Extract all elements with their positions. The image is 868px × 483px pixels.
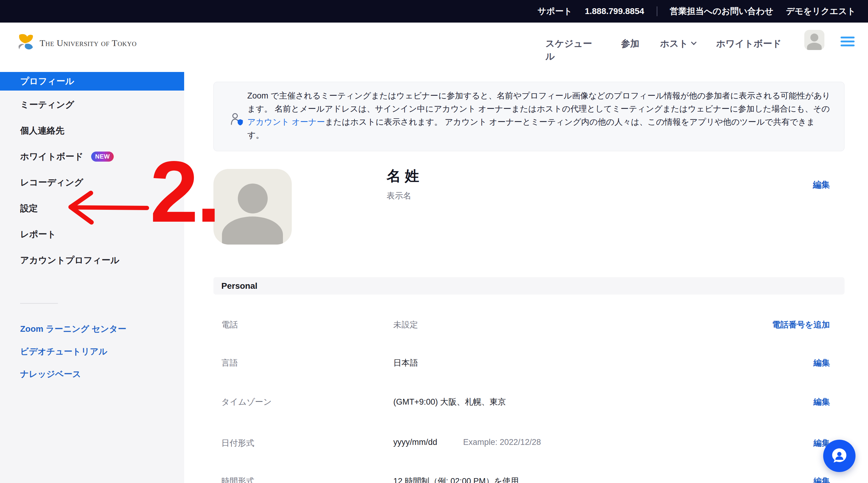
nav-host-label: ホスト (660, 37, 688, 50)
university-of-tokyo-logo[interactable]: The University of Tokyo (15, 33, 136, 53)
request-demo-link[interactable]: デモをリクエスト (786, 5, 856, 17)
support-link[interactable]: サポート (537, 5, 572, 17)
new-badge: NEW (91, 152, 114, 161)
phone-label: 電話 (221, 319, 238, 330)
nav-host-menu[interactable]: ホスト (660, 37, 696, 50)
main-content: Zoom で主催されるミーティングまたはウェビナーに参加すると、名前やプロフィー… (184, 72, 868, 483)
language-label: 言語 (221, 357, 238, 368)
timezone-label: タイムゾーン (221, 396, 272, 407)
site-header: The University of Tokyo スケジュール 参加 ホスト ホワ… (0, 23, 868, 72)
date-format-example: Example: 2022/12/28 (463, 437, 541, 447)
top-banner: サポート 1.888.799.8854 営業担当へのお問い合わせ デモをリクエス… (0, 0, 868, 23)
sidebar-item-profile[interactable]: プロフィール (0, 72, 184, 91)
topbar-divider (657, 6, 657, 16)
profile-edit-button[interactable]: 編集 (813, 179, 830, 190)
profile-privacy-notice: Zoom で主催されるミーティングまたはウェビナーに参加すると、名前やプロフィー… (213, 82, 844, 151)
language-row: 言語 日本語 編集 (213, 357, 868, 371)
zoom-profile-page: { "topbar": { "support": "サポート", "phone"… (0, 0, 868, 483)
time-format-label: 時間形式 (221, 476, 254, 483)
sidebar-item-meetings[interactable]: ミーティング (0, 92, 184, 118)
nav-schedule[interactable]: スケジュール (546, 37, 596, 63)
profile-avatar[interactable] (213, 169, 292, 245)
sidebar-divider (20, 303, 58, 304)
chevron-down-icon (691, 39, 696, 45)
sales-phone-number[interactable]: 1.888.799.8854 (585, 6, 644, 16)
sidebar-item-personal-contacts[interactable]: 個人連絡先 (0, 118, 184, 144)
timezone-row: タイムゾーン (GMT+9:00) 大阪、札幌、東京 編集 (213, 396, 868, 410)
help-chat-button[interactable] (823, 440, 856, 472)
language-edit-button[interactable]: 編集 (813, 357, 830, 368)
time-format-row: 時間形式 12 時間制（例: 02:00 PM）を使用 編集 (213, 476, 868, 483)
date-format-label: 日付形式 (221, 437, 254, 449)
time-format-value: 12 時間制（例: 02:00 PM）を使用 (393, 476, 519, 483)
sidebar-link-video-tutorials[interactable]: ビデオチュートリアル (0, 340, 184, 363)
sidebar-link-knowledge-base[interactable]: ナレッジベース (0, 363, 184, 386)
profile-privacy-icon (230, 113, 244, 126)
sidebar-link-learning-center[interactable]: Zoom ラーニング センター (0, 318, 184, 340)
sidebar: プロフィール ミーティング 個人連絡先 ホワイトボード NEW レコーディング … (0, 72, 184, 483)
avatar-icon (810, 34, 818, 41)
avatar-placeholder-icon (238, 184, 268, 213)
ginkgo-leaf-icon (15, 33, 35, 53)
phone-value: 未設定 (393, 319, 418, 330)
personal-section-header: Personal (213, 277, 844, 295)
help-chat-icon (830, 446, 849, 465)
sidebar-item-account-profile[interactable]: アカウントプロフィール (0, 247, 184, 273)
notice-text: Zoom で主催されるミーティングまたはウェビナーに参加すると、名前やプロフィー… (247, 89, 831, 142)
hamburger-menu-icon[interactable] (841, 37, 855, 49)
phone-row: 電話 未設定 電話番号を追加 (213, 319, 868, 333)
nav-join[interactable]: 参加 (621, 37, 639, 50)
profile-name: 名 姓 (386, 167, 419, 186)
time-format-edit-button[interactable]: 編集 (813, 476, 830, 483)
sidebar-item-whiteboard[interactable]: ホワイトボード NEW (0, 144, 184, 170)
account-owner-link[interactable]: アカウント オーナー (247, 117, 325, 126)
timezone-edit-button[interactable]: 編集 (813, 396, 830, 407)
timezone-value: (GMT+9:00) 大阪、札幌、東京 (393, 396, 506, 407)
contact-sales-link[interactable]: 営業担当へのお問い合わせ (670, 5, 774, 17)
logo-text: The University of Tokyo (40, 38, 136, 48)
date-format-row: 日付形式 yyyy/mm/dd Example: 2022/12/28 編集 (213, 437, 868, 451)
language-value: 日本語 (393, 357, 418, 368)
profile-display-name: 表示名 (386, 190, 411, 201)
sidebar-item-reports[interactable]: レポート (0, 221, 184, 247)
nav-whiteboard[interactable]: ホワイトボード (716, 37, 781, 50)
sidebar-item-recordings[interactable]: レコーディング (0, 170, 184, 195)
sidebar-item-settings[interactable]: 設定 (0, 195, 184, 221)
account-avatar-button[interactable] (804, 30, 825, 50)
add-phone-number-button[interactable]: 電話番号を追加 (772, 319, 830, 330)
date-format-value: yyyy/mm/dd (393, 437, 437, 447)
